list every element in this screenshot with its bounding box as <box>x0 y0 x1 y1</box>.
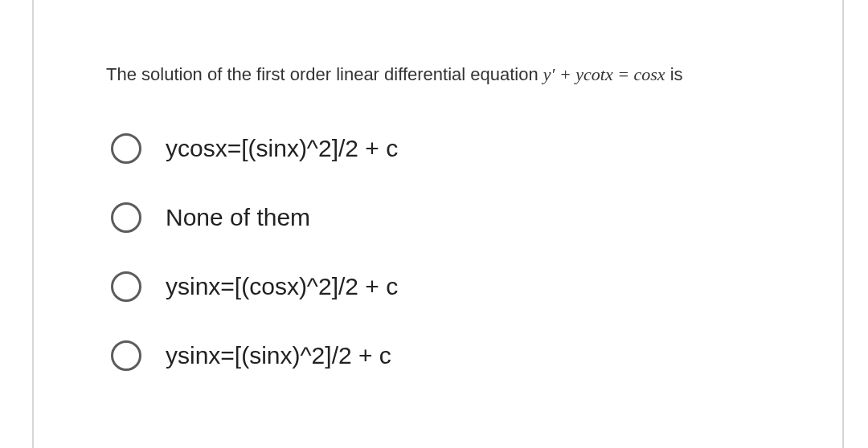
radio-icon <box>111 340 141 371</box>
option-2[interactable]: None of them <box>111 202 794 233</box>
option-1-label: ycosx=[(sinx)^2]/2 + c <box>166 135 398 162</box>
option-3[interactable]: ysinx=[(cosx)^2]/2 + c <box>111 271 794 302</box>
question-suffix: is <box>665 64 683 84</box>
option-3-label: ysinx=[(cosx)^2]/2 + c <box>166 273 398 300</box>
option-1[interactable]: ycosx=[(sinx)^2]/2 + c <box>111 133 794 164</box>
option-4-label: ysinx=[(sinx)^2]/2 + c <box>166 342 391 369</box>
radio-icon <box>111 202 141 233</box>
option-2-label: None of them <box>166 204 310 231</box>
question-prefix: The solution of the first order linear d… <box>106 64 543 84</box>
question-equation: y′ + ycotx = cosx <box>543 64 665 84</box>
radio-icon <box>111 271 141 302</box>
question-text: The solution of the first order linear d… <box>106 64 794 85</box>
radio-icon <box>111 133 141 164</box>
question-container: The solution of the first order linear d… <box>32 0 844 448</box>
option-4[interactable]: ysinx=[(sinx)^2]/2 + c <box>111 340 794 371</box>
options-group: ycosx=[(sinx)^2]/2 + c None of them ysin… <box>106 133 794 371</box>
